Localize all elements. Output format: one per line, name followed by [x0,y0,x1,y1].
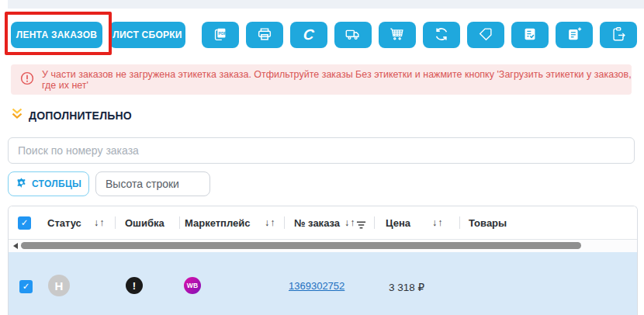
export-clipboard-icon [610,26,627,45]
column-divider [179,216,180,229]
additional-section-label: ДОПОЛНИТЕЛЬНО [29,109,132,122]
column-price-label: Цена [386,217,410,229]
cart-button[interactable] [379,22,416,48]
scrollbar-thumb[interactable] [21,242,581,249]
column-divider [374,216,375,229]
row-checkbox[interactable]: ✓ [19,280,33,293]
checklist-icon [521,26,538,45]
export-orders-button[interactable] [600,22,637,48]
delivery-button[interactable] [334,22,372,48]
table-header: ✓ Статус ↓↑ Ошибка Маркетплейс ↓↑ № зака… [9,206,637,240]
column-products-label: Товары [469,217,507,229]
alert-text: У части заказов не загружена этикетка за… [42,69,632,91]
order-row[interactable]: ✓ Н ! WB 1369302752 3 318 ₽ [9,252,637,315]
column-divider [284,216,285,229]
print-button[interactable] [246,22,283,48]
cart-icon [389,26,406,45]
toolbar: ЛЕНТА ЗАКАЗОВ ЛИСТ СБОРКИ PDF C [11,22,637,48]
row-height-input[interactable] [95,171,210,196]
labels-warning-alert: У части заказов не загружена этикетка за… [11,64,632,95]
order-number-filter-icon[interactable] [356,219,366,233]
marketplace-sort-icon[interactable]: ↓↑ [265,217,276,228]
horizontal-scrollbar[interactable] [9,240,637,252]
assembly-list-button[interactable]: ЛИСТ СБОРКИ [109,22,185,48]
columns-button[interactable]: СТОЛБЦЫ [8,171,89,196]
checklist-button[interactable] [511,22,549,48]
order-price: 3 318 ₽ [389,281,424,293]
svg-text:PDF: PDF [219,31,227,35]
printer-icon [256,26,273,45]
search-input[interactable] [8,137,635,164]
status-sort-icon[interactable]: ↓↑ [94,217,106,228]
check-icon: ✓ [23,280,30,293]
column-status-label: Статус [47,217,81,229]
order-number-sort-icon[interactable]: ↓↑ [345,217,356,228]
column-marketplace-label: Маркетплейс [185,217,250,229]
order-feed-page: ЛЕНТА ЗАКАЗОВ ЛИСТ СБОРКИ PDF C [0,0,644,315]
gear-icon [16,177,27,191]
scroll-left-arrow-icon[interactable] [13,243,18,249]
add-document-button[interactable] [556,22,593,48]
truck-icon [345,26,362,45]
warning-icon [20,71,34,88]
marketplace-badge: WB [184,277,201,294]
columns-button-label: СТОЛБЦЫ [32,178,81,189]
double-chevron-down-icon [11,107,23,123]
tag-icon [477,26,494,45]
cdek-button[interactable]: C [290,22,327,48]
pdf-icon: PDF [212,26,229,45]
top-strip [8,0,644,9]
order-number-link[interactable]: 1369302752 [289,280,345,292]
error-badge: ! [126,277,143,294]
additional-section-toggle[interactable]: ДОПОЛНИТЕЛЬНО [11,107,132,123]
table-controls: СТОЛБЦЫ [8,171,210,196]
column-divider [459,216,460,229]
orders-table: ✓ Статус ↓↑ Ошибка Маркетплейс ↓↑ № зака… [8,206,638,315]
status-badge: Н [48,275,70,296]
column-order-number-label: № заказа [294,217,340,229]
refresh-button[interactable] [423,22,460,48]
orders-feed-button[interactable]: ЛЕНТА ЗАКАЗОВ [11,22,102,48]
column-divider [115,216,116,229]
price-sort-icon[interactable]: ↓↑ [432,217,444,228]
add-document-icon [566,26,583,45]
select-all-checkbox[interactable]: ✓ [18,216,31,230]
column-error-label: Ошибка [125,217,164,229]
check-icon: ✓ [21,216,29,230]
cdek-c-icon: C [303,26,315,43]
refresh-icon [433,26,450,45]
tag-button[interactable] [467,22,504,48]
pdf-button[interactable]: PDF [202,22,239,48]
